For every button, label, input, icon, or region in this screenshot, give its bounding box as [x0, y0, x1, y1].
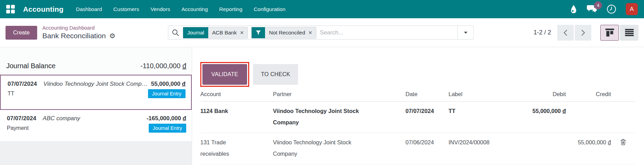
search-bar: Journal ACB Bank ✕ Not Reconciled ✕ — [168, 25, 474, 40]
pager-previous-button[interactable] — [557, 25, 574, 41]
cell-partner: Viindoo Technology Joint Stock Company — [273, 105, 369, 128]
search-facet-filter: Not Reconciled ✕ — [251, 27, 316, 39]
panel-empty-area — [0, 142, 192, 165]
column-date: Date — [405, 91, 448, 97]
facet-filter-value: Not Reconciled — [269, 30, 305, 36]
main-menu: Dashboard Customers Vendors Accounting R… — [76, 6, 286, 12]
drop-icon[interactable] — [570, 4, 577, 14]
column-partner: Partner — [273, 91, 405, 97]
gear-icon[interactable]: ⚙ — [109, 32, 115, 39]
activity-clock-icon[interactable] — [606, 4, 616, 14]
validate-annotation-highlight: VALIDATE — [200, 62, 249, 87]
apps-menu-icon[interactable] — [6, 5, 15, 13]
create-button[interactable]: Create — [6, 26, 37, 40]
column-label: Label — [448, 91, 512, 97]
card-partner: ABC company — [43, 115, 143, 122]
cell-credit: 55,000,000 đ — [566, 137, 611, 148]
remove-facet-journal-icon[interactable]: ✕ — [240, 30, 244, 35]
kanban-view-icon — [605, 29, 614, 37]
statement-line-card-selected[interactable]: 07/07/2024 Viindoo Technology Joint Stoc… — [0, 75, 192, 110]
card-amount: 55,000,000 đ — [151, 81, 186, 87]
menu-configuration[interactable]: Configuration — [254, 6, 285, 12]
validate-button[interactable]: VALIDATE — [202, 64, 247, 85]
currency-symbol: đ — [182, 81, 186, 87]
statement-line-card[interactable]: 07/07/2024 ABC company -165,000,000 đ Pa… — [0, 110, 192, 142]
menu-vendors[interactable]: Vendors — [150, 6, 170, 12]
table-row[interactable]: 1124 Bank Viindoo Technology Joint Stock… — [200, 102, 635, 133]
menu-customers[interactable]: Customers — [113, 6, 139, 12]
list-view-button[interactable] — [620, 25, 638, 41]
control-panel: Create Accounting Dashboard Bank Reconci… — [0, 18, 644, 47]
page-title: Bank Reconciliation — [42, 31, 106, 40]
column-debit: Debit — [512, 91, 566, 97]
menu-reporting[interactable]: Reporting — [219, 6, 242, 12]
search-facet-journal: Journal ACB Bank ✕ — [183, 27, 248, 39]
breadcrumb: Accounting Dashboard Bank Reconciliation… — [42, 25, 115, 40]
journal-balance-label: Journal Balance — [6, 62, 55, 70]
app-name: Accounting — [23, 5, 64, 13]
to-check-button[interactable]: TO CHECK — [253, 64, 298, 85]
currency-symbol: đ — [562, 108, 566, 114]
currency-symbol: đ — [608, 139, 611, 145]
card-reference: Payment — [7, 125, 29, 131]
cell-debit: 55,000,000 đ — [512, 105, 566, 117]
statement-lines-panel: Journal Balance -110,000,000 đ 07/07/202… — [0, 47, 192, 165]
table-row[interactable]: 131 Trade receivables Viindoo Technology… — [200, 133, 635, 164]
currency-symbol: đ — [183, 115, 186, 122]
messages-count-badge: 4 — [594, 1, 602, 9]
card-partner: Viindoo Technology Joint Stock Company — [43, 81, 148, 87]
messages-icon[interactable]: 4 — [587, 4, 597, 14]
currency-symbol: đ — [182, 62, 186, 70]
journal-balance-amount: -110,000,000 đ — [140, 62, 186, 70]
facet-journal-value: ACB Bank — [212, 30, 237, 36]
kanban-view-button[interactable] — [600, 25, 619, 41]
column-credit: Credit — [566, 91, 611, 97]
menu-dashboard[interactable]: Dashboard — [76, 6, 102, 12]
journal-balance-row: Journal Balance -110,000,000 đ — [0, 47, 192, 75]
cell-account: 1124 Bank — [200, 105, 228, 117]
card-reference: TT — [8, 91, 14, 97]
top-navbar: Accounting Dashboard Customers Vendors A… — [0, 0, 644, 18]
journal-entry-badge[interactable]: Journal Entry — [148, 89, 186, 98]
cell-date: 07/07/2024 — [405, 108, 434, 114]
cell-label: TT — [448, 108, 455, 114]
pager-next-button[interactable] — [575, 25, 591, 41]
card-date: 07/07/2024 — [8, 81, 37, 87]
user-avatar[interactable]: A — [626, 3, 638, 15]
search-icon — [172, 29, 179, 37]
facet-journal-label: Journal — [183, 27, 208, 38]
menu-accounting[interactable]: Accounting — [181, 6, 208, 12]
breadcrumb-parent-link[interactable]: Accounting Dashboard — [42, 25, 115, 31]
card-date: 07/07/2024 — [7, 115, 36, 122]
card-amount: -165,000,000 đ — [147, 115, 186, 122]
cell-date: 07/06/2024 — [405, 139, 434, 145]
column-account: Account — [200, 91, 273, 97]
delete-line-button[interactable] — [620, 139, 626, 146]
remove-facet-filter-icon[interactable]: ✕ — [308, 30, 313, 35]
view-switcher — [600, 25, 638, 41]
chevron-down-icon — [464, 32, 467, 34]
trash-icon — [620, 139, 626, 145]
search-input[interactable] — [320, 29, 457, 36]
reconciliation-panel: VALIDATE TO CHECK Account Partner Date L… — [192, 47, 644, 165]
list-view-icon — [625, 29, 634, 36]
cell-label: INV/2024/00008 — [448, 139, 489, 145]
cell-partner: Viindoo Technology Joint Stock Company — [273, 137, 369, 159]
pager-range: 1-2 / 2 — [534, 29, 551, 36]
search-options-toggle[interactable] — [457, 26, 473, 39]
filter-funnel-icon — [252, 27, 265, 38]
table-header: Account Partner Date Label Debit Credit — [200, 87, 635, 102]
cell-account: 131 Trade receivables — [200, 137, 245, 159]
journal-entry-badge[interactable]: Journal Entry — [149, 124, 186, 133]
